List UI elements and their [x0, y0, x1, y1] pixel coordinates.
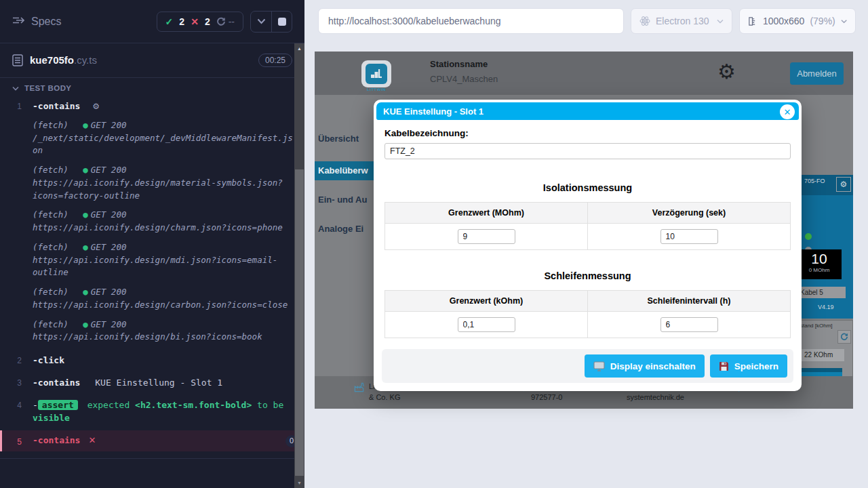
status-dot-icon: ● [83, 165, 88, 175]
loop-limit-input[interactable] [458, 317, 515, 332]
reporter-scrollbar[interactable]: ▲ ▼ [294, 43, 304, 488]
command-number: 2 [0, 354, 33, 367]
status-dot-icon: ● [83, 242, 88, 252]
slot-gear-icon[interactable]: ⚙ [836, 177, 851, 192]
collapse-button[interactable] [251, 12, 271, 32]
command-number: 1 [0, 100, 33, 350]
fetch-prefix: (fetch) [33, 319, 68, 329]
fetch-url: /_next/static/development/_devMiddleware… [33, 132, 298, 158]
save-button[interactable]: Speichern [710, 354, 787, 378]
viewport-zoom: (79%) [810, 16, 835, 26]
resistance-value: 22 KOhm [801, 349, 844, 361]
measurement-unit: 0 MOhm [797, 267, 842, 273]
kue-settings-modal: KUE Einstellung - Slot 1 ✕ Kabelbezeichn… [374, 100, 802, 391]
status-dot-icon: ● [83, 319, 88, 329]
test-stats: ✓ 2 ✕ 2 -- [157, 12, 243, 32]
viewport-select[interactable]: 1000x660 (79%) [739, 8, 856, 34]
command-log: 1 -contains ⚙ (fetch) ●GET 200 /_next/st… [0, 98, 304, 459]
fetch-prefix: (fetch) [33, 165, 68, 175]
measurement-value: 10 [797, 251, 842, 267]
runner-controls [250, 11, 292, 33]
assert-row[interactable]: 4 -assert expected <h2.text-sm.font-bold… [0, 397, 304, 427]
assert-text: visible [33, 413, 70, 423]
scroll-up-arrow[interactable]: ▲ [294, 43, 304, 54]
fetch-prefix: (fetch) [33, 209, 68, 220]
settings-gear-icon[interactable]: ⚙ [717, 60, 736, 83]
isolation-section-title: Isolationsmessung [384, 182, 791, 193]
fetch-log[interactable]: (fetch) ●GET 200 https://api.iconify.des… [33, 241, 298, 279]
floppy-disk-icon [719, 361, 729, 371]
command-arg: KUE Einstellung - Slot 1 [95, 378, 222, 388]
scrollbar-thumb[interactable] [295, 169, 304, 476]
display-on-button[interactable]: Display einschalten [585, 354, 705, 378]
loop-section-title: Schleifenmessung [384, 270, 791, 281]
test-body-section[interactable]: TEST BODY [0, 78, 304, 98]
fetch-log[interactable]: (fetch) ●GET 200 /_next/static/developme… [33, 119, 298, 157]
iso-delay-input[interactable] [660, 229, 718, 244]
aut-stage: Electron 130 1000x660 (79%) [304, 0, 868, 488]
isolation-table: Grenzwert (MOhm) Verzögerung (sek) [384, 202, 791, 250]
fetch-prefix: (fetch) [33, 120, 68, 130]
browser-select[interactable]: Electron 130 [631, 8, 732, 34]
fetch-log[interactable]: (fetch) ●GET 200 https://api.iconify.des… [33, 164, 298, 202]
passed-count: 2 [179, 16, 184, 27]
close-icon: ✕ [784, 107, 791, 117]
electron-icon [639, 16, 650, 26]
command-row[interactable]: 1 -contains ⚙ (fetch) ●GET 200 /_next/st… [0, 98, 304, 352]
command-row[interactable]: 2 -click [0, 352, 304, 369]
spec-ext: .cy.ts [74, 54, 97, 66]
fetch-url: https://api.iconify.design/material-symb… [33, 177, 298, 203]
modal-title: KUE Einstellung - Slot 1 [383, 106, 484, 117]
fetch-log[interactable]: (fetch) ●GET 200 https://api.iconify.des… [33, 209, 298, 235]
spec-row[interactable]: kue705fo.cy.ts 00:25 [0, 43, 304, 78]
nav-item-analoge[interactable]: Analoge Ei [318, 224, 372, 234]
command-row[interactable]: 3 -contains KUE Einstellung - Slot 1 [0, 375, 304, 392]
cable-name-input[interactable] [384, 143, 791, 159]
specs-title-label: Specs [31, 16, 61, 28]
viewport-size: 1000x660 [763, 16, 805, 26]
modal-header: KUE Einstellung - Slot 1 ✕ [376, 102, 799, 120]
test-body-label: TEST BODY [24, 84, 71, 92]
fetch-prefix: (fetch) [33, 242, 68, 252]
chevron-down-icon [257, 18, 266, 24]
nav-item-uebersicht[interactable]: Übersicht [318, 134, 372, 144]
status-dot-icon: ● [83, 287, 88, 297]
nav-item-ein-und-aus[interactable]: Ein- und Au [318, 195, 372, 205]
status-led-green [805, 233, 812, 240]
resistance-label: stand [kOhm] [800, 323, 833, 329]
specs-header[interactable]: Specs [12, 16, 61, 28]
stop-button[interactable] [271, 12, 292, 32]
assert-text: to be [257, 400, 283, 410]
littwin-logo-icon [370, 68, 382, 79]
fetch-status: GET 200 [91, 242, 127, 252]
loop-table: Grenzwert (kOhm) Schleifenintervall (h) [384, 290, 791, 338]
command-number: 4 [0, 399, 33, 425]
fetch-status: GET 200 [91, 120, 127, 130]
company-logo: LITTWIN [361, 60, 392, 94]
loop-interval-input[interactable] [660, 317, 718, 332]
factory-icon [354, 382, 364, 392]
iso-limit-input[interactable] [458, 229, 515, 244]
url-toolbar: Electron 130 1000x660 (79%) [318, 8, 856, 34]
fetch-log[interactable]: (fetch) ●GET 200 https://api.iconify.des… [33, 319, 298, 344]
url-input[interactable] [318, 8, 624, 34]
column-header: Grenzwert (kOhm) [385, 291, 588, 312]
logout-button[interactable]: Abmelden [790, 62, 844, 85]
fetch-log[interactable]: (fetch) ●GET 200 https://api.iconify.des… [33, 286, 298, 312]
slot-card-header: 705-FO ⚙ [802, 175, 853, 195]
ruler-icon [748, 16, 757, 26]
column-header: Verzögerung (sek) [588, 203, 791, 224]
command-name: -contains [33, 378, 80, 388]
spec-file-icon [12, 54, 23, 66]
command-name: -click [33, 355, 64, 365]
command-name: -contains [33, 101, 80, 111]
nav-item-kabelueberwachung[interactable]: Kabelüberw [315, 161, 374, 180]
close-button[interactable]: ✕ [780, 104, 795, 119]
refresh-button[interactable] [837, 330, 851, 344]
measurement-display: 10 0 MOhm [797, 249, 842, 279]
scroll-down-arrow[interactable]: ▼ [294, 478, 304, 488]
assert-badge: assert [38, 400, 78, 410]
stop-icon [278, 18, 286, 26]
fail-cross-icon: ✕ [88, 434, 96, 447]
failed-command-row[interactable]: 5 -contains ✕ 0 [0, 430, 304, 451]
